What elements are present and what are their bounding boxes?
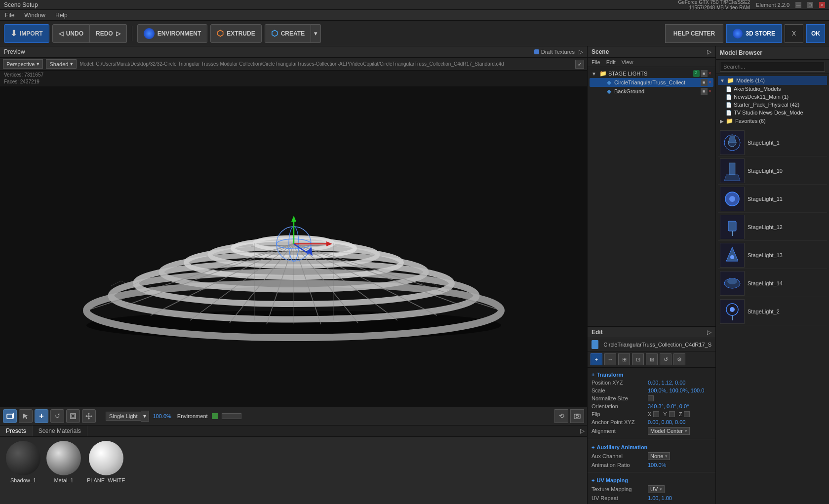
presets-expand-button[interactable]: ▷ [577, 426, 587, 436]
prop-tool-move[interactable]: ↔ [604, 353, 616, 365]
transform-expand[interactable]: + [592, 372, 594, 378]
mb-thumb-stagelight13[interactable]: StageLight_13 [718, 242, 827, 269]
props-expand-icon[interactable]: ▷ [707, 329, 711, 336]
environment-button[interactable]: ENVIRONMENT [137, 24, 208, 43]
prop-tool-anim[interactable]: ↺ [660, 353, 671, 365]
orientation-value[interactable]: 340.3°, 0.0°, 0.0° [648, 403, 689, 409]
shaded-dropdown[interactable]: Shaded ▾ [46, 59, 77, 69]
mb-models-root[interactable]: ▼ 📁 Models (14) [718, 76, 827, 85]
light-mode-dropdown[interactable]: Single Light [106, 412, 141, 421]
material-item-white[interactable]: PLANE_WHITE [87, 441, 125, 500]
alignment-dropdown[interactable]: Model Center ▾ [648, 427, 690, 435]
bg-close[interactable]: × [709, 88, 711, 95]
menu-help[interactable]: Help [53, 12, 70, 19]
add-object-button[interactable]: + [35, 409, 48, 423]
stage-lights-visibility[interactable]: ■ [701, 70, 708, 77]
anchor-value[interactable]: 0.00, 0.00, 0.00 [648, 419, 685, 425]
tree-item-circle-truss[interactable]: ◆ CircleTriangularTruss_Collect ■ × [590, 78, 713, 87]
prop-tool-material[interactable]: ⊠ [646, 353, 658, 365]
stagelight1-label: StageLight_1 [748, 140, 780, 146]
mb-starter-item[interactable]: 📄 Starter_Pack_Physical (42) [718, 101, 827, 109]
flip-z-check[interactable] [684, 411, 690, 417]
mb-thumb-stagelight14[interactable]: StageLight_14 [718, 270, 827, 297]
position-value[interactable]: 0.00, 1.12, 0.00 [648, 380, 685, 386]
perspective-dropdown[interactable]: Perspective ▾ [3, 59, 43, 69]
close-button[interactable]: × [819, 2, 825, 8]
light-mode-arrow[interactable]: ▾ [141, 411, 149, 422]
scene-file-menu[interactable]: File [592, 59, 600, 65]
refresh-scene-button[interactable]: ↺ [50, 409, 64, 423]
prop-tool-grid[interactable]: ⊞ [618, 353, 630, 365]
viewport-maximize-button[interactable]: ⤢ [575, 60, 584, 69]
mb-thumb-stagelight12[interactable]: StageLight_12 [718, 214, 827, 241]
maximize-button[interactable]: □ [807, 2, 813, 8]
bg-visibility[interactable]: ■ [701, 88, 708, 95]
scene-expand-icon[interactable]: ▷ [707, 48, 711, 55]
camera-view-button[interactable] [3, 409, 17, 423]
texture-dropdown[interactable]: UV ▾ [648, 485, 665, 493]
material-item-shadow[interactable]: Shadow_1 [6, 441, 40, 500]
import-button[interactable]: ⬇ IMPORT [4, 24, 49, 43]
uv-repeat-value[interactable]: 1.00, 1.00 [648, 495, 672, 501]
scene-materials-tab[interactable]: Scene Materials [33, 426, 87, 436]
create-dropdown-button[interactable]: ▾ [311, 24, 321, 43]
flip-x-check[interactable] [653, 411, 659, 417]
scene-view-menu[interactable]: View [622, 59, 633, 65]
minimize-button[interactable]: — [795, 2, 801, 8]
prop-tool-object[interactable]: ⊡ [632, 353, 644, 365]
svg-marker-65 [724, 175, 740, 181]
prop-tool-settings[interactable]: ⚙ [673, 353, 685, 365]
viewport-expand-icon[interactable]: ▷ [579, 48, 583, 55]
uv-expand[interactable]: + [592, 477, 594, 483]
undo-button[interactable]: ◁ UNDO [52, 24, 90, 43]
mb-aker-item[interactable]: 📄 AkerStudio_Models [718, 85, 827, 93]
mb-newsdesk-item[interactable]: 📄 NewsDesk11_Main (1) [718, 93, 827, 101]
mb-tvstudio-item[interactable]: 📄 TV Studio News Desk_Mode [718, 109, 827, 116]
arrow-select-button[interactable] [19, 409, 33, 423]
mb-thumb-stagelight1[interactable]: StageLight_1 [718, 129, 827, 156]
flip-y-label: Y [663, 411, 667, 417]
animation-ratio-row: Animation Ratio 100.0% [592, 461, 711, 469]
material-item-metal[interactable]: Metal_1 [46, 441, 81, 500]
extrude-button[interactable]: ⬡ EXTRUDE [210, 24, 261, 43]
main-area: Preview Draft Textures ▷ Perspective ▾ S… [0, 46, 829, 504]
3d-store-button[interactable]: 3D STORE [726, 24, 782, 43]
aux-channel-dropdown[interactable]: None ▾ [648, 452, 670, 460]
viewport-3d[interactable] [0, 86, 587, 406]
menu-file[interactable]: File [3, 12, 16, 19]
menu-window[interactable]: Window [22, 12, 47, 19]
tree-item-stage-lights[interactable]: ▼ 📁 STAGE LIGHTS 2 ■ × [590, 69, 713, 78]
flip-y-check[interactable] [669, 411, 675, 417]
cancel-button[interactable]: X [785, 24, 803, 43]
help-center-button[interactable]: HELP CENTER [665, 24, 723, 43]
circle-truss-visibility[interactable]: ■ [701, 79, 708, 86]
frame-button[interactable] [66, 409, 80, 423]
mb-search-input[interactable] [720, 62, 825, 72]
normalize-checkbox[interactable] [648, 395, 654, 401]
redo-button[interactable]: REDO ▷ [90, 24, 127, 43]
object-icon-bg: ◆ [605, 88, 612, 95]
mb-thumb-stagelight11[interactable]: StageLight_11 [718, 186, 827, 213]
tree-item-background[interactable]: ◆ BackGround ■ × [590, 87, 713, 96]
mb-thumb-stagelight2[interactable]: StageLight_2 [718, 298, 827, 325]
scale-value[interactable]: 100.0%, 100.0%, 100.0 [648, 388, 704, 393]
presets-tab[interactable]: Presets [0, 426, 33, 436]
stagelight11-label: StageLight_11 [748, 196, 783, 202]
scene-edit-menu[interactable]: Edit [606, 59, 616, 65]
create-button[interactable]: ⬡ CREATE [265, 24, 311, 43]
mb-thumb-stagelight10[interactable]: StageLight_10 [718, 157, 827, 185]
prop-tool-add[interactable]: + [591, 353, 602, 365]
animation-ratio-value[interactable]: 100.0% [648, 462, 666, 468]
zoom-level[interactable]: 100.0% [153, 413, 171, 419]
move-button[interactable] [82, 409, 96, 423]
mb-favorites-item[interactable]: ▶ 📁 Favorites (6) [718, 116, 827, 125]
thumb-stagelight14 [720, 271, 745, 296]
aux-expand[interactable]: + [592, 444, 594, 450]
circle-truss-close[interactable]: × [709, 79, 711, 86]
ok-button[interactable]: OK [806, 24, 825, 43]
draft-textures-toggle[interactable]: Draft Textures [534, 49, 575, 55]
reset-view-button[interactable]: ⟲ [554, 409, 568, 423]
stage-lights-close[interactable]: × [709, 70, 711, 77]
screenshot-button[interactable] [570, 409, 584, 423]
mb-tvstudio-icon: 📄 [726, 110, 732, 116]
